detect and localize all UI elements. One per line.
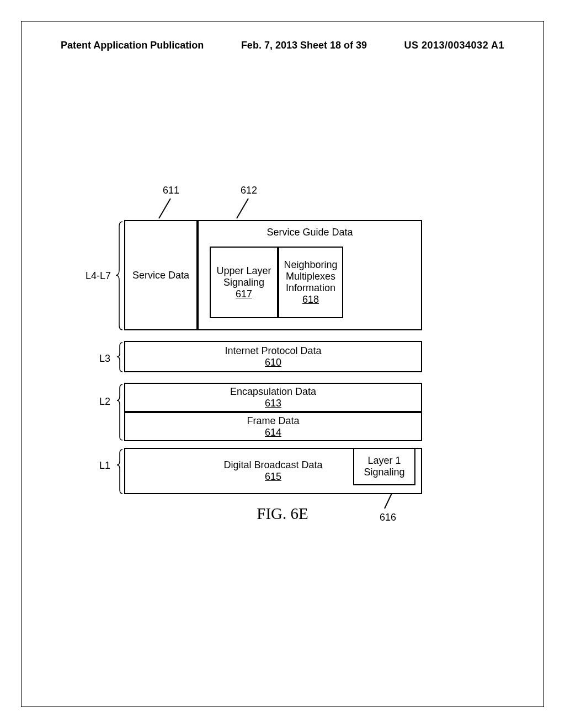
neighboring-label: Neighboring Multiplexes Information bbox=[279, 259, 342, 294]
ref-613: 613 bbox=[265, 398, 281, 409]
ref-612: 612 bbox=[241, 185, 257, 196]
frame-label: Frame Data bbox=[247, 415, 299, 427]
ref-614: 614 bbox=[265, 427, 281, 438]
layer1-sig-label: Layer 1 Signaling bbox=[354, 455, 414, 478]
page-header: Patent Application Publication Feb. 7, 2… bbox=[61, 40, 504, 51]
block-neighboring-info: Neighboring Multiplexes Information 618 bbox=[278, 247, 343, 318]
header-right: US 2013/0034032 A1 bbox=[404, 40, 504, 51]
block-layer1-signaling: Layer 1 Signaling bbox=[353, 448, 415, 485]
figure-caption: FIG. 6E bbox=[0, 505, 565, 523]
ip-data-label: Internet Protocol Data bbox=[225, 345, 321, 357]
service-data-label: Service Data bbox=[132, 270, 189, 281]
label-l4-l7: L4-L7 bbox=[86, 270, 111, 282]
block-service-data: Service Data bbox=[124, 220, 198, 330]
block-encapsulation-data: Encapsulation Data 613 bbox=[124, 383, 422, 412]
header-left: Patent Application Publication bbox=[61, 40, 204, 51]
ref-618: 618 bbox=[302, 294, 319, 306]
ref-610: 610 bbox=[265, 357, 281, 368]
upper-layer-label: Upper Layer Signaling bbox=[211, 265, 277, 288]
encap-label: Encapsulation Data bbox=[230, 386, 316, 398]
digital-broadcast-label: Digital Broadcast Data bbox=[223, 459, 322, 471]
block-upper-layer-signaling: Upper Layer Signaling 617 bbox=[210, 247, 278, 318]
label-l2: L2 bbox=[99, 396, 110, 408]
service-guide-label: Service Guide Data bbox=[199, 227, 421, 238]
ref-617: 617 bbox=[236, 288, 252, 300]
header-center: Feb. 7, 2013 Sheet 18 of 39 bbox=[241, 40, 367, 51]
label-l3: L3 bbox=[99, 353, 110, 365]
label-l1: L1 bbox=[99, 460, 110, 472]
ref-611: 611 bbox=[163, 185, 179, 196]
ref-615: 615 bbox=[265, 471, 281, 483]
block-frame-data: Frame Data 614 bbox=[124, 412, 422, 441]
block-ip-data: Internet Protocol Data 610 bbox=[124, 341, 422, 372]
